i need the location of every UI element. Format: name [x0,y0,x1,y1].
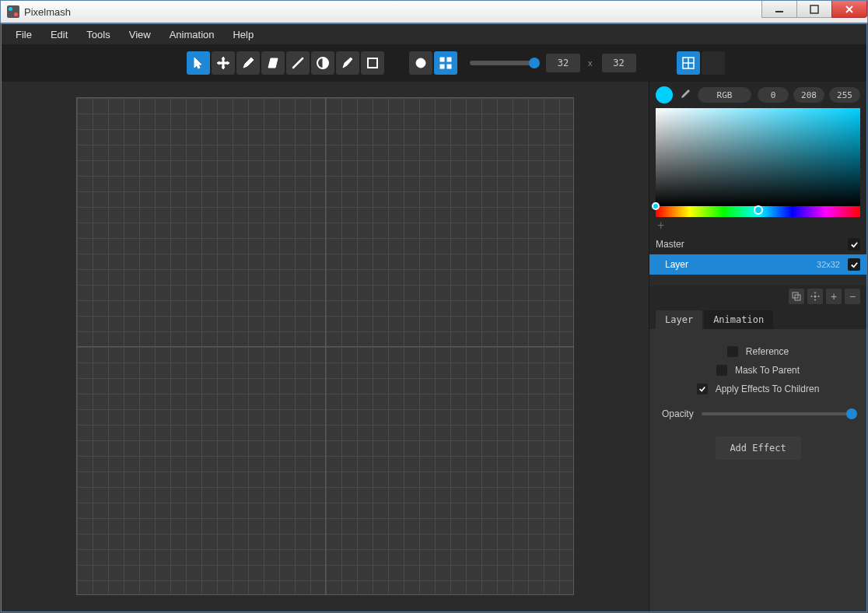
saturation-value-picker[interactable] [656,108,860,206]
svg-point-14 [814,296,817,298]
minimize-button[interactable] [761,1,797,18]
app-frame: File Edit Tools View Animation Help 32 x… [1,23,867,612]
svg-point-16 [818,296,820,297]
svg-rect-1 [810,5,818,13]
tab-animation[interactable]: Animation [704,310,773,329]
layer-properties: Reference Mask To Parent Apply Effects T… [649,329,866,611]
tab-layer[interactable]: Layer [656,310,702,329]
layer-master-row[interactable]: Master [649,234,866,254]
svg-rect-8 [447,65,451,68]
eraser-tool[interactable] [261,51,285,75]
tool-group-main [187,51,384,75]
color-swatch[interactable] [656,86,673,103]
brush-tool[interactable] [236,51,260,75]
label-applyfx: Apply Effects To Children [716,384,820,394]
svg-point-18 [814,299,816,301]
hue-cursor[interactable] [754,205,763,215]
window-title: Pixelmash [24,6,71,18]
svg-point-17 [814,292,816,294]
circle-shape[interactable] [409,51,432,75]
bucket-tool[interactable] [311,51,334,75]
remove-layer-button[interactable]: − [845,289,860,304]
shape-group [409,51,457,75]
prop-mask[interactable]: Mask To Parent [662,365,854,376]
color-b[interactable]: 255 [829,87,860,103]
label-mask: Mask To Parent [735,365,800,376]
dim-separator: x [588,58,593,68]
canvas-width[interactable]: 32 [546,54,580,72]
menu-file[interactable]: File [8,26,40,43]
color-row: RGB 0 208 255 [649,82,866,108]
brush-size-slider[interactable] [470,61,537,65]
line-tool[interactable] [286,51,310,75]
add-layer-button[interactable]: + [826,289,842,304]
canvas-height[interactable]: 32 [602,54,636,72]
select-tool[interactable] [187,51,210,75]
menu-animation[interactable]: Animation [162,26,222,43]
grid-toggle[interactable] [677,51,700,75]
pencil-tool[interactable] [336,51,359,75]
checkbox-applyfx[interactable] [697,384,708,394]
app-icon [7,5,19,18]
layer-item-visible[interactable] [848,258,860,271]
color-r[interactable]: 0 [758,87,789,103]
sv-cursor[interactable] [652,202,660,210]
canvas-area[interactable] [2,82,649,611]
prop-reference[interactable]: Reference [662,346,854,357]
menu-tools[interactable]: Tools [79,26,117,43]
property-tabs: Layer Animation [649,307,866,329]
opacity-thumb[interactable] [846,408,857,419]
color-g[interactable]: 208 [793,87,824,103]
hue-slider[interactable] [656,206,860,217]
svg-rect-3 [368,58,377,68]
layer-tools-row: + − [649,285,866,307]
opacity-row: Opacity [662,408,854,419]
opacity-slider[interactable] [702,412,854,415]
grid-settings[interactable] [702,51,725,75]
canvas-grid[interactable] [76,97,574,595]
checkbox-mask[interactable] [716,365,727,376]
svg-rect-5 [440,58,444,61]
opacity-label: Opacity [662,408,694,419]
menu-view[interactable]: View [121,26,159,43]
window-controls [762,1,867,18]
svg-rect-0 [775,11,783,12]
center-layer-icon[interactable] [807,289,823,304]
square-shape[interactable] [434,51,457,75]
svg-rect-6 [447,58,451,61]
slider-thumb[interactable] [529,58,540,68]
svg-rect-7 [440,65,444,68]
window-titlebar: Pixelmash [0,0,868,23]
rect-tool[interactable] [361,51,384,75]
layer-item-row[interactable]: Layer 32x32 [649,254,866,275]
toolbar: 32 x 32 [2,44,866,82]
checkbox-reference[interactable] [727,346,738,357]
menu-edit[interactable]: Edit [43,26,75,43]
eyedropper-icon[interactable] [677,88,691,102]
menu-bar: File Edit Tools View Animation Help [2,24,866,44]
add-effect-button[interactable]: Add Effect [716,436,801,460]
move-tool[interactable] [212,51,235,75]
prop-applyfx[interactable]: Apply Effects To Children [662,384,854,394]
color-mode-button[interactable]: RGB [698,87,751,103]
label-reference: Reference [746,346,789,357]
layer-item-dim: 32x32 [817,260,840,269]
maximize-button[interactable] [796,1,832,18]
layer-master-label: Master [656,239,684,250]
duplicate-layer-icon[interactable] [789,289,804,304]
svg-point-4 [416,58,425,68]
close-button[interactable] [831,1,867,18]
side-panel: RGB 0 208 255 + Master Layer 32x32 [649,82,866,611]
svg-point-15 [811,296,813,297]
layer-master-visible[interactable] [848,238,860,250]
grid-group [677,51,725,75]
layer-item-label: Layer [665,259,688,270]
menu-help[interactable]: Help [225,26,261,43]
main-area: RGB 0 208 255 + Master Layer 32x32 [2,82,866,611]
add-palette-button[interactable]: + [649,217,866,234]
